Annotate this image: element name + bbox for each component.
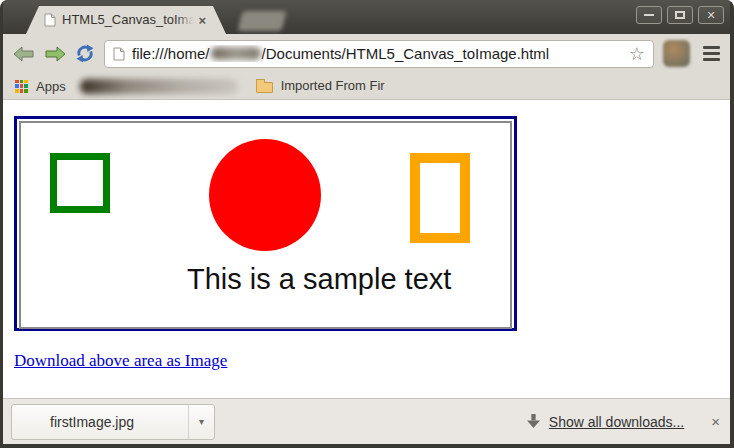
download-item-menu-button[interactable]: ▾	[188, 405, 214, 439]
download-image-link[interactable]: Download above area as Image	[14, 351, 227, 371]
download-item[interactable]: firstImage.jpg ▾	[11, 404, 215, 440]
imported-folder-bookmark[interactable]: Imported From Fir	[281, 78, 399, 94]
bookmarks-bar: Apps Imported From Fir	[3, 73, 730, 100]
url-text: file:///home/ /Documents/HTML5_Canvas_to…	[132, 45, 549, 62]
profile-avatar[interactable]	[663, 40, 690, 67]
downloads-bar-close-icon[interactable]: ×	[711, 414, 720, 429]
browser-tab[interactable]: HTML5_Canvas_toImag ×	[26, 6, 226, 34]
redacted-username	[211, 47, 261, 60]
show-all-downloads-link[interactable]: Show all downloads...	[549, 414, 684, 430]
reload-button[interactable]	[75, 44, 95, 63]
menu-icon-bar	[703, 52, 720, 55]
downloads-bar-right: Show all downloads... ×	[527, 414, 720, 430]
download-arrow-icon	[527, 414, 540, 429]
downloads-bar: firstImage.jpg ▾ Show all downloads... ×	[3, 398, 730, 444]
maximize-button[interactable]	[667, 6, 693, 24]
imported-folder-label: Imported From Fir	[281, 78, 385, 93]
tab-title: HTML5_Canvas_toImag	[62, 12, 194, 28]
tab-close-icon[interactable]: ×	[198, 14, 206, 27]
chevron-down-icon: ▾	[199, 416, 204, 427]
apps-shortcut[interactable]: Apps	[36, 79, 66, 94]
red-circle-shape	[209, 139, 321, 251]
window-controls: ✕	[636, 6, 724, 24]
html5-canvas[interactable]: This is a sample text	[19, 121, 512, 329]
canvas-container: This is a sample text	[14, 116, 517, 331]
maximize-icon	[675, 11, 685, 19]
address-bar[interactable]: file:///home/ /Documents/HTML5_Canvas_to…	[104, 40, 654, 68]
folder-icon	[256, 82, 273, 93]
page-content: This is a sample text Download above are…	[3, 100, 730, 398]
redacted-bookmark[interactable]	[80, 79, 238, 94]
page-icon	[113, 47, 125, 61]
menu-icon-bar	[703, 58, 720, 61]
tab-title-text: HTML5_Canvas_toImag	[62, 12, 194, 27]
forward-button[interactable]	[44, 46, 66, 62]
url-suffix: /Documents/HTML5_Canvas_toImage.html	[262, 45, 550, 62]
download-file-name: firstImage.jpg	[12, 414, 134, 430]
green-square-shape	[50, 153, 110, 213]
back-button[interactable]	[13, 46, 35, 62]
minimize-icon	[644, 14, 654, 16]
orange-rect-shape	[410, 153, 470, 243]
menu-button[interactable]	[699, 42, 724, 65]
titlebar: HTML5_Canvas_toImag × ✕	[3, 0, 730, 34]
tab-title-fade	[176, 12, 194, 28]
url-prefix: file:///home/	[132, 45, 210, 62]
bookmark-star-icon[interactable]: ☆	[629, 45, 645, 63]
minimize-button[interactable]	[636, 6, 662, 24]
canvas-sample-text: This is a sample text	[187, 263, 451, 296]
close-icon: ✕	[706, 10, 715, 21]
apps-grid-icon	[15, 80, 28, 93]
browser-window: HTML5_Canvas_toImag × ✕	[0, 0, 734, 448]
close-button[interactable]: ✕	[698, 6, 724, 24]
page-favicon-icon	[44, 13, 56, 27]
menu-icon-bar	[703, 46, 720, 49]
new-tab-button[interactable]	[238, 11, 287, 31]
navigation-toolbar: file:///home/ /Documents/HTML5_Canvas_to…	[3, 34, 730, 73]
folder-label-fade	[383, 78, 399, 94]
